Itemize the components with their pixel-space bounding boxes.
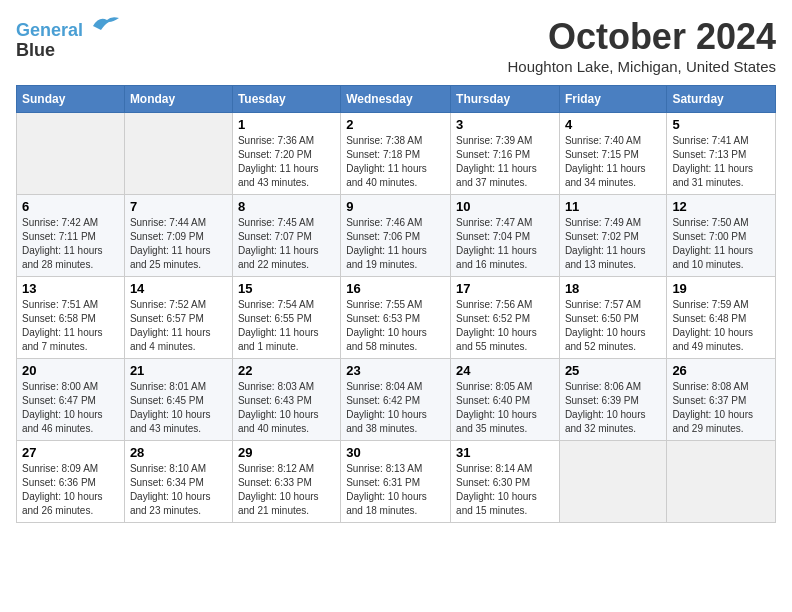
day-cell: 21Sunrise: 8:01 AMSunset: 6:45 PMDayligh… xyxy=(124,359,232,441)
day-cell: 24Sunrise: 8:05 AMSunset: 6:40 PMDayligh… xyxy=(451,359,560,441)
day-cell xyxy=(559,441,666,523)
day-cell: 1Sunrise: 7:36 AMSunset: 7:20 PMDaylight… xyxy=(232,113,340,195)
header-saturday: Saturday xyxy=(667,86,776,113)
day-info: Sunrise: 8:03 AMSunset: 6:43 PMDaylight:… xyxy=(238,380,335,436)
day-number: 15 xyxy=(238,281,335,296)
day-number: 10 xyxy=(456,199,554,214)
logo: General Blue xyxy=(16,16,121,61)
day-cell: 27Sunrise: 8:09 AMSunset: 6:36 PMDayligh… xyxy=(17,441,125,523)
day-number: 30 xyxy=(346,445,445,460)
week-row: 13Sunrise: 7:51 AMSunset: 6:58 PMDayligh… xyxy=(17,277,776,359)
day-cell: 8Sunrise: 7:45 AMSunset: 7:07 PMDaylight… xyxy=(232,195,340,277)
day-info: Sunrise: 7:39 AMSunset: 7:16 PMDaylight:… xyxy=(456,134,554,190)
day-info: Sunrise: 8:08 AMSunset: 6:37 PMDaylight:… xyxy=(672,380,770,436)
header-sunday: Sunday xyxy=(17,86,125,113)
day-number: 11 xyxy=(565,199,661,214)
header-row: SundayMondayTuesdayWednesdayThursdayFrid… xyxy=(17,86,776,113)
header-monday: Monday xyxy=(124,86,232,113)
header-wednesday: Wednesday xyxy=(341,86,451,113)
day-cell: 7Sunrise: 7:44 AMSunset: 7:09 PMDaylight… xyxy=(124,195,232,277)
day-cell: 9Sunrise: 7:46 AMSunset: 7:06 PMDaylight… xyxy=(341,195,451,277)
location: Houghton Lake, Michigan, United States xyxy=(508,58,777,75)
day-cell: 22Sunrise: 8:03 AMSunset: 6:43 PMDayligh… xyxy=(232,359,340,441)
day-cell: 2Sunrise: 7:38 AMSunset: 7:18 PMDaylight… xyxy=(341,113,451,195)
day-info: Sunrise: 7:59 AMSunset: 6:48 PMDaylight:… xyxy=(672,298,770,354)
day-info: Sunrise: 8:09 AMSunset: 6:36 PMDaylight:… xyxy=(22,462,119,518)
week-row: 27Sunrise: 8:09 AMSunset: 6:36 PMDayligh… xyxy=(17,441,776,523)
day-info: Sunrise: 8:05 AMSunset: 6:40 PMDaylight:… xyxy=(456,380,554,436)
day-cell: 18Sunrise: 7:57 AMSunset: 6:50 PMDayligh… xyxy=(559,277,666,359)
day-info: Sunrise: 8:04 AMSunset: 6:42 PMDaylight:… xyxy=(346,380,445,436)
day-number: 18 xyxy=(565,281,661,296)
day-number: 26 xyxy=(672,363,770,378)
day-number: 2 xyxy=(346,117,445,132)
month-title: October 2024 xyxy=(508,16,777,58)
day-number: 8 xyxy=(238,199,335,214)
day-info: Sunrise: 7:38 AMSunset: 7:18 PMDaylight:… xyxy=(346,134,445,190)
day-cell: 25Sunrise: 8:06 AMSunset: 6:39 PMDayligh… xyxy=(559,359,666,441)
day-cell: 11Sunrise: 7:49 AMSunset: 7:02 PMDayligh… xyxy=(559,195,666,277)
day-cell: 30Sunrise: 8:13 AMSunset: 6:31 PMDayligh… xyxy=(341,441,451,523)
day-info: Sunrise: 7:50 AMSunset: 7:00 PMDaylight:… xyxy=(672,216,770,272)
day-cell: 23Sunrise: 8:04 AMSunset: 6:42 PMDayligh… xyxy=(341,359,451,441)
day-cell: 5Sunrise: 7:41 AMSunset: 7:13 PMDaylight… xyxy=(667,113,776,195)
day-info: Sunrise: 7:49 AMSunset: 7:02 PMDaylight:… xyxy=(565,216,661,272)
day-number: 7 xyxy=(130,199,227,214)
day-cell: 13Sunrise: 7:51 AMSunset: 6:58 PMDayligh… xyxy=(17,277,125,359)
day-number: 31 xyxy=(456,445,554,460)
day-info: Sunrise: 7:46 AMSunset: 7:06 PMDaylight:… xyxy=(346,216,445,272)
header-tuesday: Tuesday xyxy=(232,86,340,113)
day-info: Sunrise: 8:13 AMSunset: 6:31 PMDaylight:… xyxy=(346,462,445,518)
day-cell: 15Sunrise: 7:54 AMSunset: 6:55 PMDayligh… xyxy=(232,277,340,359)
title-block: October 2024 Houghton Lake, Michigan, Un… xyxy=(508,16,777,75)
calendar-body: 1Sunrise: 7:36 AMSunset: 7:20 PMDaylight… xyxy=(17,113,776,523)
header-friday: Friday xyxy=(559,86,666,113)
day-cell: 14Sunrise: 7:52 AMSunset: 6:57 PMDayligh… xyxy=(124,277,232,359)
day-cell: 19Sunrise: 7:59 AMSunset: 6:48 PMDayligh… xyxy=(667,277,776,359)
day-cell: 29Sunrise: 8:12 AMSunset: 6:33 PMDayligh… xyxy=(232,441,340,523)
week-row: 1Sunrise: 7:36 AMSunset: 7:20 PMDaylight… xyxy=(17,113,776,195)
calendar-table: SundayMondayTuesdayWednesdayThursdayFrid… xyxy=(16,85,776,523)
day-cell xyxy=(17,113,125,195)
day-info: Sunrise: 7:54 AMSunset: 6:55 PMDaylight:… xyxy=(238,298,335,354)
day-number: 24 xyxy=(456,363,554,378)
day-cell: 20Sunrise: 8:00 AMSunset: 6:47 PMDayligh… xyxy=(17,359,125,441)
day-cell: 28Sunrise: 8:10 AMSunset: 6:34 PMDayligh… xyxy=(124,441,232,523)
day-number: 22 xyxy=(238,363,335,378)
day-info: Sunrise: 8:12 AMSunset: 6:33 PMDaylight:… xyxy=(238,462,335,518)
day-number: 16 xyxy=(346,281,445,296)
logo-text: General Blue xyxy=(16,16,121,61)
day-info: Sunrise: 8:06 AMSunset: 6:39 PMDaylight:… xyxy=(565,380,661,436)
day-info: Sunrise: 7:36 AMSunset: 7:20 PMDaylight:… xyxy=(238,134,335,190)
day-info: Sunrise: 7:56 AMSunset: 6:52 PMDaylight:… xyxy=(456,298,554,354)
calendar-header: SundayMondayTuesdayWednesdayThursdayFrid… xyxy=(17,86,776,113)
day-number: 28 xyxy=(130,445,227,460)
day-number: 29 xyxy=(238,445,335,460)
day-number: 4 xyxy=(565,117,661,132)
day-info: Sunrise: 7:45 AMSunset: 7:07 PMDaylight:… xyxy=(238,216,335,272)
day-info: Sunrise: 8:14 AMSunset: 6:30 PMDaylight:… xyxy=(456,462,554,518)
day-number: 9 xyxy=(346,199,445,214)
day-number: 13 xyxy=(22,281,119,296)
day-cell: 17Sunrise: 7:56 AMSunset: 6:52 PMDayligh… xyxy=(451,277,560,359)
day-info: Sunrise: 7:51 AMSunset: 6:58 PMDaylight:… xyxy=(22,298,119,354)
logo-bird-icon xyxy=(91,12,121,36)
day-info: Sunrise: 7:41 AMSunset: 7:13 PMDaylight:… xyxy=(672,134,770,190)
day-cell: 3Sunrise: 7:39 AMSunset: 7:16 PMDaylight… xyxy=(451,113,560,195)
day-info: Sunrise: 7:55 AMSunset: 6:53 PMDaylight:… xyxy=(346,298,445,354)
week-row: 6Sunrise: 7:42 AMSunset: 7:11 PMDaylight… xyxy=(17,195,776,277)
day-info: Sunrise: 7:57 AMSunset: 6:50 PMDaylight:… xyxy=(565,298,661,354)
day-info: Sunrise: 8:01 AMSunset: 6:45 PMDaylight:… xyxy=(130,380,227,436)
day-number: 12 xyxy=(672,199,770,214)
day-info: Sunrise: 8:10 AMSunset: 6:34 PMDaylight:… xyxy=(130,462,227,518)
day-cell: 6Sunrise: 7:42 AMSunset: 7:11 PMDaylight… xyxy=(17,195,125,277)
day-number: 5 xyxy=(672,117,770,132)
day-number: 1 xyxy=(238,117,335,132)
week-row: 20Sunrise: 8:00 AMSunset: 6:47 PMDayligh… xyxy=(17,359,776,441)
day-number: 17 xyxy=(456,281,554,296)
day-cell xyxy=(124,113,232,195)
day-info: Sunrise: 7:47 AMSunset: 7:04 PMDaylight:… xyxy=(456,216,554,272)
day-number: 21 xyxy=(130,363,227,378)
day-cell: 12Sunrise: 7:50 AMSunset: 7:00 PMDayligh… xyxy=(667,195,776,277)
day-number: 23 xyxy=(346,363,445,378)
